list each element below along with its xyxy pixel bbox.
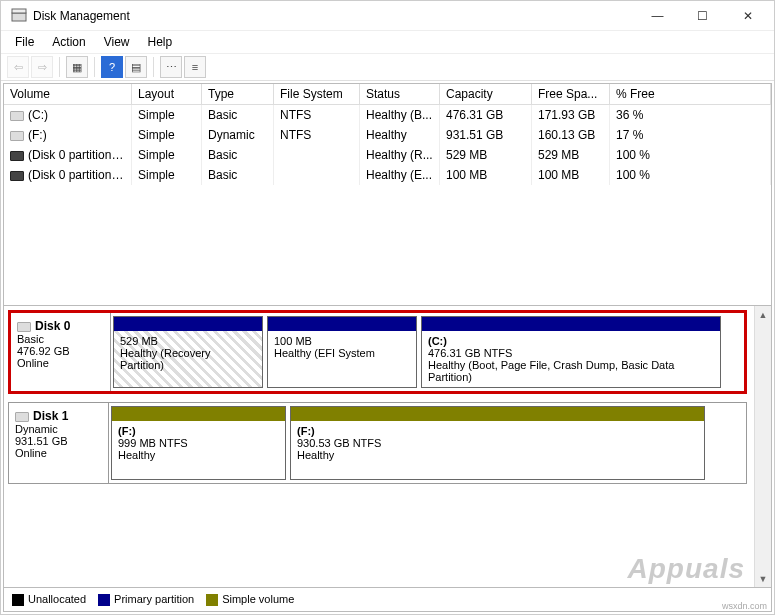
drive-icon [10, 151, 24, 161]
column-header-status[interactable]: Status [360, 84, 440, 104]
partition-header [112, 407, 285, 421]
toolbar-button-settings[interactable]: ▤ [125, 56, 147, 78]
window-title: Disk Management [33, 9, 635, 23]
partition-header [268, 317, 416, 331]
toolbar-button-action1[interactable]: ⋯ [160, 56, 182, 78]
legend-unallocated: Unallocated [12, 593, 86, 606]
back-button[interactable]: ⇦ [7, 56, 29, 78]
maximize-button[interactable]: ☐ [680, 2, 725, 30]
legend-simple: Simple volume [206, 593, 294, 606]
help-button[interactable]: ? [101, 56, 123, 78]
toolbar-button-view[interactable]: ▦ [66, 56, 88, 78]
partition-header [422, 317, 720, 331]
scroll-down-icon[interactable]: ▼ [755, 570, 771, 587]
disk-row[interactable]: Disk 1Dynamic931.51 GBOnline(F:)999 MB N… [8, 402, 747, 484]
disk-info: Disk 1Dynamic931.51 GBOnline [9, 403, 109, 483]
menubar: File Action View Help [1, 31, 774, 53]
titlebar: Disk Management — ☐ ✕ [1, 1, 774, 31]
column-header-type[interactable]: Type [202, 84, 274, 104]
watermark: Appuals [628, 553, 745, 585]
partition[interactable]: (F:)999 MB NTFSHealthy [111, 406, 286, 480]
legend: Unallocated Primary partition Simple vol… [4, 587, 771, 611]
table-row[interactable]: (C:)SimpleBasicNTFSHealthy (B...476.31 G… [4, 105, 771, 125]
disk-row[interactable]: Disk 0Basic476.92 GBOnline529 MBHealthy … [8, 310, 747, 394]
volume-list-body[interactable]: (C:)SimpleBasicNTFSHealthy (B...476.31 G… [4, 105, 771, 305]
column-header-pctfree[interactable]: % Free [610, 84, 771, 104]
minimize-button[interactable]: — [635, 2, 680, 30]
column-header-layout[interactable]: Layout [132, 84, 202, 104]
column-header-filesystem[interactable]: File System [274, 84, 360, 104]
disk-info: Disk 0Basic476.92 GBOnline [11, 313, 111, 391]
table-row[interactable]: (Disk 0 partition 2)SimpleBasicHealthy (… [4, 165, 771, 185]
menu-help[interactable]: Help [140, 33, 181, 51]
menu-file[interactable]: File [7, 33, 42, 51]
drive-icon [10, 131, 24, 141]
partition-header [114, 317, 262, 331]
column-header-volume[interactable]: Volume [4, 84, 132, 104]
partition[interactable]: (C:)476.31 GB NTFSHealthy (Boot, Page Fi… [421, 316, 721, 388]
partition[interactable]: 529 MBHealthy (Recovery Partition) [113, 316, 263, 388]
disk-management-window: Disk Management — ☐ ✕ File Action View H… [0, 0, 775, 615]
close-button[interactable]: ✕ [725, 2, 770, 30]
app-icon [11, 8, 27, 24]
toolbar-separator [59, 57, 60, 77]
legend-primary: Primary partition [98, 593, 194, 606]
table-row[interactable]: (Disk 0 partition 1)SimpleBasicHealthy (… [4, 145, 771, 165]
column-header-capacity[interactable]: Capacity [440, 84, 532, 104]
drive-icon [10, 171, 24, 181]
partition-header [291, 407, 704, 421]
volume-list-header: Volume Layout Type File System Status Ca… [4, 84, 771, 105]
svg-rect-1 [12, 9, 26, 13]
svg-rect-0 [12, 13, 26, 21]
disk-map-pane[interactable]: Disk 0Basic476.92 GBOnline529 MBHealthy … [4, 306, 771, 587]
menu-view[interactable]: View [96, 33, 138, 51]
volume-list: Volume Layout Type File System Status Ca… [4, 84, 771, 306]
scroll-up-icon[interactable]: ▲ [755, 306, 771, 323]
disk-partitions: (F:)999 MB NTFSHealthy(F:)930.53 GB NTFS… [109, 403, 746, 483]
partition[interactable]: (F:)930.53 GB NTFSHealthy [290, 406, 705, 480]
drive-icon [10, 111, 24, 121]
toolbar-separator [153, 57, 154, 77]
scrollbar-vertical[interactable]: ▲ ▼ [754, 306, 771, 587]
column-header-freespace[interactable]: Free Spa... [532, 84, 610, 104]
table-row[interactable]: (F:)SimpleDynamicNTFSHealthy931.51 GB160… [4, 125, 771, 145]
content-area: Volume Layout Type File System Status Ca… [3, 83, 772, 612]
disk-partitions: 529 MBHealthy (Recovery Partition)100 MB… [111, 313, 744, 391]
forward-button[interactable]: ⇨ [31, 56, 53, 78]
disk-icon [17, 322, 31, 332]
menu-action[interactable]: Action [44, 33, 93, 51]
disk-icon [15, 412, 29, 422]
source-footer: wsxdn.com [722, 601, 767, 611]
partition[interactable]: 100 MBHealthy (EFI System [267, 316, 417, 388]
toolbar: ⇦ ⇨ ▦ ? ▤ ⋯ ≡ [1, 53, 774, 81]
toolbar-button-action2[interactable]: ≡ [184, 56, 206, 78]
toolbar-separator [94, 57, 95, 77]
